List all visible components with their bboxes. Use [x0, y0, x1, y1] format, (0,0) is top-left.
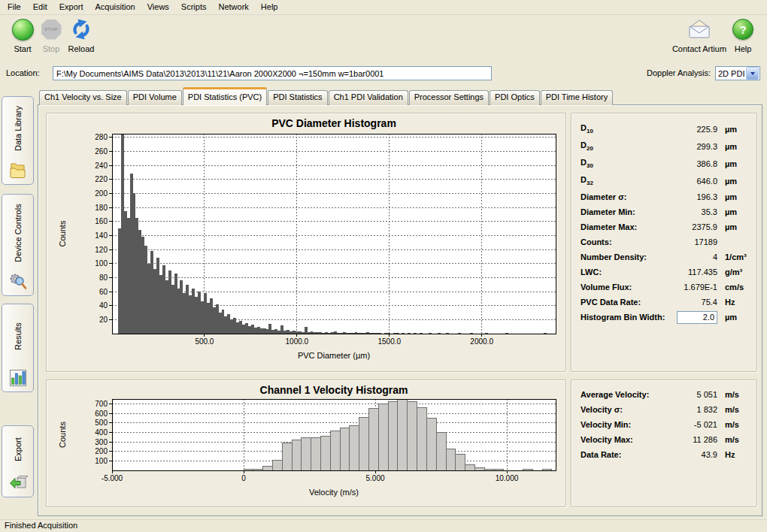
stat-unit: µm	[717, 142, 749, 151]
toolbar: Start STOP Stop Reload Contact Artium ? …	[0, 15, 767, 63]
svg-text:260: 260	[95, 147, 108, 156]
svg-text:80: 80	[99, 274, 108, 282]
svg-text:60: 60	[99, 288, 108, 296]
svg-text:40: 40	[99, 301, 108, 310]
stat-value	[672, 311, 717, 324]
sidebar-item-results[interactable]: Results	[2, 304, 34, 392]
tab-pdi-statistics-pvc[interactable]: PDI Statistics (PVC)	[183, 87, 267, 105]
stat-value: 1.679E-1	[672, 283, 717, 292]
location-input[interactable]	[53, 66, 492, 80]
stat-value: 196.3	[672, 192, 717, 201]
chart-ylabel: Counts	[58, 422, 67, 448]
stat-value: 386.8	[672, 159, 717, 168]
stat-value: 43.9	[672, 450, 717, 459]
stat-label: Average Velocity:	[581, 390, 672, 399]
help-button-label: Help	[728, 44, 758, 53]
results-icon	[8, 368, 28, 388]
location-label: Location:	[6, 68, 40, 77]
start-button[interactable]: Start	[8, 17, 38, 53]
svg-text:100: 100	[95, 259, 108, 268]
reload-button[interactable]: Reload	[65, 17, 98, 53]
svg-text:100: 100	[95, 457, 108, 465]
svg-text:400: 400	[95, 428, 108, 437]
stat-label: Data Rate:	[581, 450, 672, 459]
stat-row: Diameter Min:35.3µm	[581, 204, 749, 219]
tab-content-panel: 2040608010012014016018020022024026028050…	[38, 104, 762, 516]
app-window: FileEditExportAcquisitionViewsScriptsNet…	[0, 0, 767, 532]
tab-pdi-optics[interactable]: PDI Optics	[490, 90, 540, 105]
svg-text:280: 280	[95, 133, 108, 141]
svg-text:2000.0: 2000.0	[470, 337, 493, 346]
tab-pdi-statistics[interactable]: PDI Statistics	[268, 90, 327, 105]
menu-acquisition[interactable]: Acquisition	[89, 1, 141, 14]
menu-help[interactable]: Help	[255, 1, 284, 14]
chart-title: PVC Diameter Histogram	[271, 117, 396, 129]
stat-unit: m/s	[717, 390, 749, 399]
stat-unit: µm	[717, 313, 749, 322]
menu-scripts[interactable]: Scripts	[175, 1, 213, 14]
stat-row: Data Rate:43.9Hz	[581, 447, 749, 462]
stat-value: 11 286	[672, 435, 717, 444]
svg-text:1500.0: 1500.0	[377, 337, 401, 346]
stat-value: 5 051	[672, 390, 717, 399]
stat-label: Diameter σ:	[581, 192, 672, 201]
tab-pdi-volume[interactable]: PDI Volume	[128, 90, 182, 105]
tab-processor-settings[interactable]: Processor Settings	[409, 90, 489, 105]
stat-value: -5 021	[672, 420, 717, 429]
svg-text:600: 600	[95, 410, 108, 418]
stat-row: Diameter Max:2375.9µm	[581, 219, 749, 234]
stat-unit: µm	[717, 207, 749, 216]
svg-text:200: 200	[95, 447, 108, 455]
menu-views[interactable]: Views	[141, 1, 175, 14]
stop-button-label: Stop	[38, 44, 65, 53]
svg-text:180: 180	[95, 204, 108, 212]
menu-export[interactable]: Export	[53, 1, 89, 14]
stat-label: Counts:	[581, 237, 672, 246]
stat-label: D10	[581, 123, 672, 135]
stat-value: 4	[672, 252, 717, 261]
chart-title: Channel 1 Velocity Histogram	[260, 384, 408, 396]
stop-icon: STOP	[41, 20, 62, 40]
stat-row: Average Velocity:5 051m/s	[581, 387, 749, 402]
svg-text:120: 120	[95, 246, 108, 254]
svg-text:500: 500	[95, 419, 108, 427]
location-bar: Location: Doppler Analysis: 2D PDI	[0, 65, 767, 84]
sidebar-item-export[interactable]: Export	[2, 425, 34, 497]
menu-network[interactable]: Network	[212, 1, 254, 14]
tab-pdi-time-history[interactable]: PDI Time History	[541, 90, 614, 105]
stat-row: Velocity Min:-5 021m/s	[581, 417, 749, 432]
status-text: Finished Acquisition	[5, 521, 77, 530]
sidebar-item-device-controls[interactable]: Device Controls	[2, 194, 34, 296]
menu-edit[interactable]: Edit	[27, 1, 53, 14]
stat-unit: µm	[717, 222, 749, 231]
stat-label: Histogram Bin Width:	[581, 313, 672, 322]
stat-label: Velocity Min:	[581, 420, 672, 429]
stat-unit: µm	[717, 159, 749, 168]
menu-file[interactable]: File	[2, 1, 27, 14]
stat-unit: 1/cm³	[717, 252, 749, 261]
pvc-diameter-histogram-chart: 2040608010012014016018020022024026028050…	[47, 113, 564, 369]
stat-row: Number Density:41/cm³	[581, 249, 749, 264]
pvc-stats-panel: D10225.9µmD20299.3µmD30386.8µmD32646.0µm…	[571, 113, 757, 372]
contact-artium-button[interactable]: Contact Artium	[671, 17, 728, 53]
tab-ch1-pdi-validation[interactable]: Ch1 PDI Validation	[329, 90, 408, 105]
chart-xlabel: PVC Diameter (µm)	[298, 351, 370, 360]
stat-row: Velocity Max:11 286m/s	[581, 432, 749, 447]
help-button[interactable]: ? Help	[728, 17, 758, 53]
stat-label: Volume Flux:	[581, 283, 672, 292]
svg-text:300: 300	[95, 438, 108, 446]
tab-ch1-velocity-vs-size[interactable]: Ch1 Velocity vs. Size	[39, 90, 127, 105]
stat-row: D30386.8µm	[581, 155, 749, 172]
start-button-label: Start	[8, 44, 38, 53]
svg-text:700: 700	[95, 400, 108, 408]
stat-value: 2375.9	[672, 222, 717, 231]
svg-text:200: 200	[95, 189, 108, 198]
stat-row: D10225.9µm	[581, 120, 749, 138]
chevron-down-icon[interactable]	[746, 67, 759, 80]
stat-value: 117.435	[672, 268, 717, 277]
stat-label: LWC:	[581, 268, 672, 277]
histogram-bin-width-input[interactable]	[677, 311, 717, 324]
doppler-analysis-select[interactable]: 2D PDI	[715, 66, 760, 80]
stop-button[interactable]: STOP Stop	[38, 17, 65, 53]
sidebar-item-data-library[interactable]: Data Library	[2, 96, 34, 185]
